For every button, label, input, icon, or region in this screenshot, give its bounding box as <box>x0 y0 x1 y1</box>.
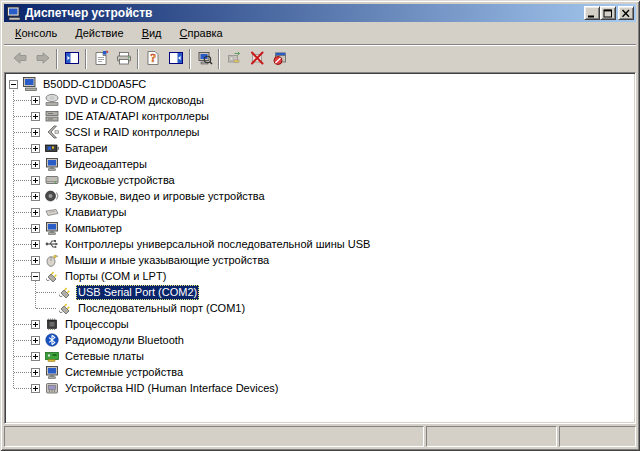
tree-item[interactable]: DVD и CD-ROM дисководы <box>5 92 635 108</box>
title-bar[interactable]: Диспетчер устройств <box>4 4 636 22</box>
tree-item[interactable]: SCSI и RAID контроллеры <box>5 124 635 140</box>
expand-plus-icon[interactable] <box>31 352 40 361</box>
tree-item[interactable]: Последовательный порт (COM1) <box>5 300 635 316</box>
tree-item-label: IDE ATA/ATAPI контроллеры <box>63 109 211 124</box>
toolbar: ? <box>4 44 636 72</box>
expand-plus-icon[interactable] <box>31 208 40 217</box>
scan-hardware-icon <box>197 50 213 68</box>
scsi-icon <box>44 124 60 140</box>
expand-plus-icon[interactable] <box>31 384 40 393</box>
expand-plus-icon[interactable] <box>31 256 40 265</box>
back-arrow-icon <box>12 50 28 68</box>
tree-item-label: Батареи <box>63 141 110 156</box>
mouse-icon <box>44 252 60 268</box>
toolbar-update-driver-button[interactable] <box>222 48 245 70</box>
expand-plus-icon[interactable] <box>31 176 40 185</box>
expand-plus-icon[interactable] <box>31 336 40 345</box>
keyboard-icon <box>44 204 60 220</box>
tree-item[interactable]: Системные устройства <box>5 364 635 380</box>
expand-plus-icon[interactable] <box>31 320 40 329</box>
uninstall-device-icon <box>272 50 288 68</box>
minimize-button[interactable] <box>584 6 600 20</box>
device-manager-window: Диспетчер устройств Консоль Действие Вид… <box>0 0 640 451</box>
toolbar-forward-button[interactable] <box>31 48 54 70</box>
properties-icon <box>93 50 109 68</box>
menu-help[interactable]: Справка <box>171 23 232 43</box>
tree-item-label: Системные устройства <box>63 365 185 380</box>
tree-item-label: Дисковые устройства <box>63 173 177 188</box>
update-driver-icon <box>226 50 242 68</box>
tree-item-label: Порты (COM и LPT) <box>63 269 168 284</box>
tree-item[interactable]: Контроллеры универсальной последовательн… <box>5 236 635 252</box>
tree-item[interactable]: Батареи <box>5 140 635 156</box>
cdrom-icon <box>44 92 60 108</box>
tree-item[interactable]: Мыши и иные указывающие устройства <box>5 252 635 268</box>
toolbar-show-console-tree-button[interactable] <box>60 48 83 70</box>
tree-item[interactable]: Устройства HID (Human Interface Devices) <box>5 380 635 396</box>
toolbar-separator <box>189 49 191 69</box>
tree-item[interactable]: Компьютер <box>5 220 635 236</box>
toolbar-separator <box>137 49 139 69</box>
menu-action[interactable]: Действие <box>66 23 132 43</box>
toolbar-help-button[interactable]: ? <box>141 48 164 70</box>
tree-item[interactable]: Видеоадаптеры <box>5 156 635 172</box>
tree-item[interactable]: Процессоры <box>5 316 635 332</box>
console-tree-icon <box>64 50 80 68</box>
toolbar-print-button[interactable] <box>112 48 135 70</box>
close-button[interactable] <box>618 6 634 20</box>
tree-item[interactable]: Радиомодули Bluetooth <box>5 332 635 348</box>
menu-view[interactable]: Вид <box>133 23 171 43</box>
monitor-icon <box>44 156 60 172</box>
port-icon <box>44 268 60 284</box>
toolbar-disable-device-button[interactable] <box>245 48 268 70</box>
usb-icon <box>44 236 60 252</box>
toolbar-show-action-pane-button[interactable] <box>164 48 187 70</box>
status-panel <box>4 426 424 447</box>
tree-item[interactable]: IDE ATA/ATAPI контроллеры <box>5 108 635 124</box>
expand-plus-icon[interactable] <box>31 368 40 377</box>
tree-item[interactable]: B50DD-C1DD0A5FC <box>5 76 635 92</box>
port-icon <box>57 284 73 300</box>
expand-plus-icon[interactable] <box>31 224 40 233</box>
toolbar-scan-hardware-changes-button[interactable] <box>193 48 216 70</box>
collapse-minus-icon[interactable] <box>31 272 40 281</box>
tree-item[interactable]: Сетевые платы <box>5 348 635 364</box>
window-title: Диспетчер устройств <box>25 4 584 22</box>
forward-arrow-icon <box>35 50 51 68</box>
expand-plus-icon[interactable] <box>31 160 40 169</box>
port-icon <box>57 300 73 316</box>
expand-plus-icon[interactable] <box>31 240 40 249</box>
expand-plus-icon[interactable] <box>31 128 40 137</box>
tree-item-label: Звуковые, видео и игровые устройства <box>63 189 267 204</box>
expand-plus-icon[interactable] <box>31 96 40 105</box>
collapse-minus-icon[interactable] <box>9 80 18 89</box>
tree-item[interactable]: Клавиатуры <box>5 204 635 220</box>
status-panel <box>559 426 636 447</box>
tree-item-label: Видеоадаптеры <box>63 157 149 172</box>
tree-item-label: DVD и CD-ROM дисководы <box>63 93 206 108</box>
expand-plus-icon[interactable] <box>31 192 40 201</box>
audio-icon <box>44 188 60 204</box>
tree-item[interactable]: Порты (COM и LPT) <box>5 268 635 284</box>
expand-plus-icon[interactable] <box>31 112 40 121</box>
tree-item-label: Устройства HID (Human Interface Devices) <box>63 381 280 396</box>
tree-item-label: Процессоры <box>63 317 131 332</box>
device-tree[interactable]: B50DD-C1DD0A5FCDVD и CD-ROM дисководыIDE… <box>4 72 636 424</box>
status-bar <box>4 426 636 447</box>
tree-item[interactable]: Звуковые, видео и игровые устройства <box>5 188 635 204</box>
maximize-button[interactable] <box>600 6 616 20</box>
expand-plus-icon[interactable] <box>31 144 40 153</box>
tree-item-label: Мыши и иные указывающие устройства <box>63 253 271 268</box>
toolbar-properties-button[interactable] <box>89 48 112 70</box>
tree-item[interactable]: Дисковые устройства <box>5 172 635 188</box>
action-pane-icon <box>168 50 184 68</box>
toolbar-separator <box>56 49 58 69</box>
menu-console[interactable]: Консоль <box>6 23 66 43</box>
tree-item-label: Клавиатуры <box>63 205 128 220</box>
toolbar-separator <box>85 49 87 69</box>
tree-item[interactable]: USB Serial Port (COM2) <box>5 284 635 300</box>
tree-item-label: SCSI и RAID контроллеры <box>63 125 201 140</box>
toolbar-uninstall-device-button[interactable] <box>268 48 291 70</box>
toolbar-separator <box>218 49 220 69</box>
toolbar-back-button[interactable] <box>8 48 31 70</box>
